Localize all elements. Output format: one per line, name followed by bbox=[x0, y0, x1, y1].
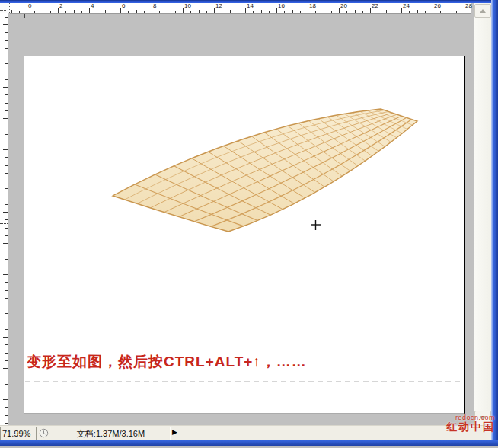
guide-corner-mark bbox=[21, 14, 25, 18]
ruler-tick bbox=[5, 329, 8, 330]
ruler-tick bbox=[269, 11, 270, 13]
ruler-tick bbox=[222, 11, 222, 13]
ruler-tick bbox=[3, 56, 8, 56]
ruler-tick bbox=[276, 8, 277, 13]
document-info-group: 文档:1.37M/3.16M bbox=[36, 427, 171, 440]
ruler-tick bbox=[5, 423, 8, 424]
ruler-tick bbox=[284, 11, 285, 13]
ruler-cursor-marker-x bbox=[311, 3, 311, 13]
ruler-tick bbox=[199, 10, 200, 13]
ruler-number: 12 bbox=[215, 3, 222, 9]
ruler-tick bbox=[175, 11, 176, 13]
ruler-tick bbox=[50, 11, 51, 13]
ruler-tick bbox=[346, 11, 347, 13]
ruler-tick bbox=[5, 40, 8, 41]
ruler-tick bbox=[5, 17, 8, 18]
ruler-tick bbox=[5, 267, 8, 267]
scroll-up-button[interactable] bbox=[474, 4, 491, 18]
window-top-edge bbox=[0, 0, 498, 3]
ruler-origin-dash bbox=[0, 10, 6, 11]
window-right-edge bbox=[491, 0, 498, 448]
ruler-tick bbox=[5, 79, 8, 80]
ruler-tick bbox=[315, 11, 316, 13]
ruler-number: 14 bbox=[247, 3, 254, 9]
ruler-tick bbox=[5, 282, 8, 283]
ruler-tick bbox=[464, 8, 464, 13]
ruler-tick bbox=[168, 10, 168, 13]
vertical-ruler[interactable] bbox=[0, 13, 8, 425]
ruler-tick bbox=[5, 157, 8, 158]
ruler-tick bbox=[449, 10, 449, 13]
ruler-tick bbox=[245, 8, 246, 13]
ruler-tick bbox=[3, 306, 8, 306]
ruler-tick bbox=[5, 298, 8, 299]
ruler-tick bbox=[19, 11, 20, 13]
vertical-scrollbar[interactable] bbox=[474, 3, 491, 425]
ruler-tick bbox=[136, 10, 137, 13]
ruler-tick bbox=[5, 188, 8, 189]
ruler-tick bbox=[300, 11, 301, 13]
zoom-level-field[interactable]: 71.99% bbox=[0, 427, 37, 440]
ruler-tick bbox=[120, 8, 121, 13]
status-bar: 71.99% 文档:1.37M/3.16M ▶ bbox=[0, 425, 492, 441]
ruler-tick bbox=[3, 274, 8, 275]
ruler-tick bbox=[5, 376, 8, 376]
ruler-tick bbox=[362, 11, 363, 13]
ruler-number: 8 bbox=[153, 3, 156, 9]
ruler-tick bbox=[308, 8, 308, 13]
ruler-tick bbox=[5, 251, 8, 251]
horizontal-ruler[interactable]: 0246810121416182022242628 bbox=[10, 3, 471, 14]
ruler-tick bbox=[261, 10, 262, 13]
ruler-tick bbox=[5, 110, 8, 111]
ruler-tick bbox=[105, 10, 106, 13]
ruler-tick bbox=[5, 290, 8, 291]
ruler-tick bbox=[3, 87, 8, 88]
status-menu-arrow[interactable]: ▶ bbox=[172, 428, 177, 436]
tutorial-annotation-text: 变形至如图，然后按CTRL+ALT+↑，…… bbox=[27, 352, 307, 372]
ruler-tick bbox=[159, 11, 160, 13]
ruler-tick bbox=[3, 24, 8, 25]
ruler-tick bbox=[425, 11, 426, 13]
ruler-number: 6 bbox=[122, 3, 125, 9]
ruler-tick bbox=[5, 173, 8, 174]
clock-icon bbox=[39, 428, 49, 438]
ruler-tick bbox=[394, 11, 394, 13]
ruler-tick bbox=[3, 181, 8, 181]
ruler-tick bbox=[190, 11, 191, 13]
ruler-tick bbox=[3, 368, 8, 369]
photoshop-document-window: 0246810121416182022242628 变形至如图，然后按CTRL+… bbox=[0, 0, 498, 448]
ruler-tick bbox=[5, 235, 8, 236]
ruler-tick bbox=[206, 11, 207, 13]
ruler-tick bbox=[34, 11, 35, 13]
watermark: redocn.com 红动中国 bbox=[446, 414, 495, 432]
ruler-tick bbox=[5, 360, 8, 361]
ruler-tick bbox=[5, 126, 8, 126]
ruler-number: 28 bbox=[465, 3, 472, 9]
ruler-tick bbox=[65, 11, 66, 13]
ruler-tick bbox=[456, 11, 457, 13]
ruler-tick bbox=[3, 149, 8, 150]
ruler-corner-box[interactable] bbox=[0, 3, 10, 13]
ruler-tick bbox=[5, 259, 8, 260]
ruler-number: 24 bbox=[403, 3, 410, 9]
ruler-tick bbox=[409, 11, 410, 13]
ruler-tick bbox=[43, 10, 43, 13]
ruler-tick bbox=[113, 11, 113, 13]
ruler-tick bbox=[331, 11, 332, 13]
ruler-tick bbox=[433, 8, 433, 13]
ruler-number: 10 bbox=[184, 3, 191, 9]
ruler-tick bbox=[292, 10, 293, 13]
ruler-tick bbox=[5, 353, 8, 354]
ruler-tick bbox=[5, 392, 8, 392]
ruler-tick bbox=[89, 8, 90, 13]
ruler-tick bbox=[74, 10, 75, 13]
ruler-tick bbox=[3, 212, 8, 213]
ruler-tick bbox=[230, 10, 231, 13]
ruler-tick bbox=[5, 134, 8, 135]
ruler-number: 2 bbox=[59, 3, 62, 9]
ruler-tick bbox=[5, 204, 8, 205]
ruler-tick bbox=[5, 219, 8, 220]
ruler-number: 26 bbox=[434, 3, 441, 9]
ruler-tick bbox=[81, 11, 82, 13]
ruler-tick bbox=[378, 11, 378, 13]
